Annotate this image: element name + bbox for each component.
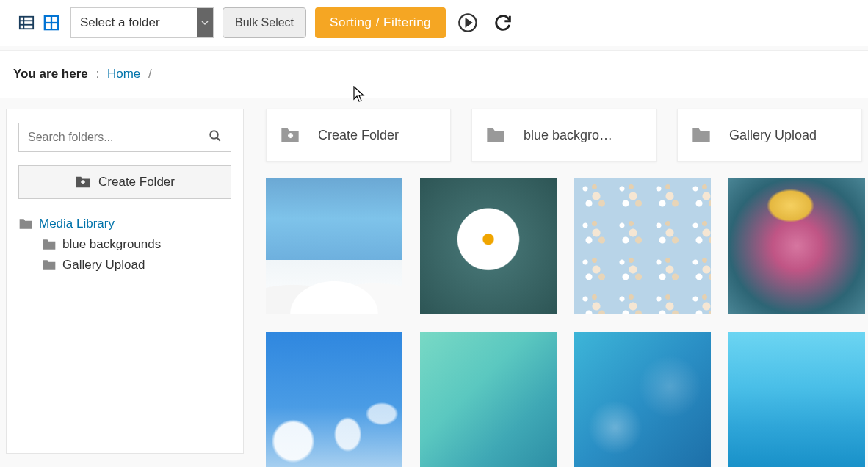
- svg-rect-13: [289, 133, 291, 138]
- thumbnail-image[interactable]: [420, 178, 557, 314]
- refresh-button[interactable]: [490, 10, 516, 36]
- folder-search[interactable]: [18, 123, 231, 152]
- breadcrumb: You are here : Home /: [0, 50, 868, 98]
- breadcrumb-separator: :: [95, 67, 99, 81]
- refresh-icon: [493, 12, 513, 33]
- tree-item-blue-backgrounds[interactable]: blue backgrounds: [18, 237, 231, 252]
- svg-rect-11: [82, 180, 84, 184]
- tree-item-label: blue backgrounds: [62, 237, 161, 252]
- sidebar-create-folder-button[interactable]: Create Folder: [18, 165, 231, 199]
- breadcrumb-home-link[interactable]: Home: [107, 67, 140, 81]
- folder-card-blue-backgrounds[interactable]: blue backgro…: [471, 109, 657, 162]
- svg-rect-0: [20, 17, 33, 29]
- thumbnail-grid: [266, 178, 868, 467]
- breadcrumb-label: You are here: [13, 67, 88, 81]
- bulk-select-button[interactable]: Bulk Select: [223, 7, 306, 38]
- chevron-down-icon: [197, 8, 213, 37]
- folder-icon: [18, 217, 33, 231]
- folder-card-gallery-upload[interactable]: Gallery Upload: [677, 109, 862, 162]
- play-button[interactable]: [455, 10, 481, 36]
- folder-icon: [42, 238, 57, 251]
- grid-view-icon: [43, 15, 59, 31]
- folder-card-label: Gallery Upload: [729, 128, 817, 143]
- folder-plus-icon: [280, 126, 300, 144]
- main-area: Create Folder blue backgro… Gallery Uplo…: [266, 109, 868, 467]
- content-layout: Create Folder Media Library blue backgro…: [0, 98, 868, 467]
- thumbnail-image[interactable]: [728, 332, 865, 467]
- folder-plus-icon: [75, 175, 91, 189]
- folder-select-dropdown[interactable]: Select a folder: [70, 7, 214, 38]
- folder-card-label: Create Folder: [318, 128, 399, 143]
- sidebar-create-folder-label: Create Folder: [98, 175, 175, 189]
- thumbnail-image[interactable]: [728, 178, 865, 314]
- search-input[interactable]: [28, 131, 209, 144]
- svg-line-9: [217, 137, 220, 141]
- view-toggle: [16, 12, 62, 33]
- sidebar: Create Folder Media Library blue backgro…: [6, 109, 244, 454]
- thumbnail-image[interactable]: [266, 178, 402, 314]
- folder-icon: [691, 126, 712, 144]
- folder-select-label: Select a folder: [80, 15, 160, 30]
- svg-point-8: [210, 131, 218, 139]
- search-icon: [209, 129, 222, 145]
- tree-item-gallery-upload[interactable]: Gallery Upload: [18, 258, 231, 272]
- thumbnail-image[interactable]: [574, 332, 711, 467]
- folder-card-label: blue backgro…: [524, 128, 612, 143]
- folder-icon: [485, 126, 506, 144]
- folder-icon: [42, 258, 57, 272]
- tree-root-media-library[interactable]: Media Library: [18, 217, 231, 231]
- tree-item-label: Gallery Upload: [62, 258, 145, 272]
- toolbar: Select a folder Bulk Select Sorting / Fi…: [0, 0, 868, 46]
- grid-view-button[interactable]: [41, 12, 62, 33]
- thumbnail-image[interactable]: [574, 178, 711, 314]
- create-folder-card[interactable]: Create Folder: [266, 109, 451, 162]
- breadcrumb-slash: /: [148, 67, 152, 81]
- list-view-button[interactable]: [16, 12, 37, 33]
- thumbnail-image[interactable]: [420, 332, 557, 467]
- play-circle-icon: [457, 12, 478, 33]
- list-view-icon: [18, 15, 35, 31]
- tree-root-label: Media Library: [39, 217, 115, 231]
- thumbnail-image[interactable]: [266, 332, 402, 467]
- folder-cards-row: Create Folder blue backgro… Gallery Uplo…: [266, 109, 868, 162]
- sorting-filtering-button[interactable]: Sorting / Filtering: [315, 7, 446, 38]
